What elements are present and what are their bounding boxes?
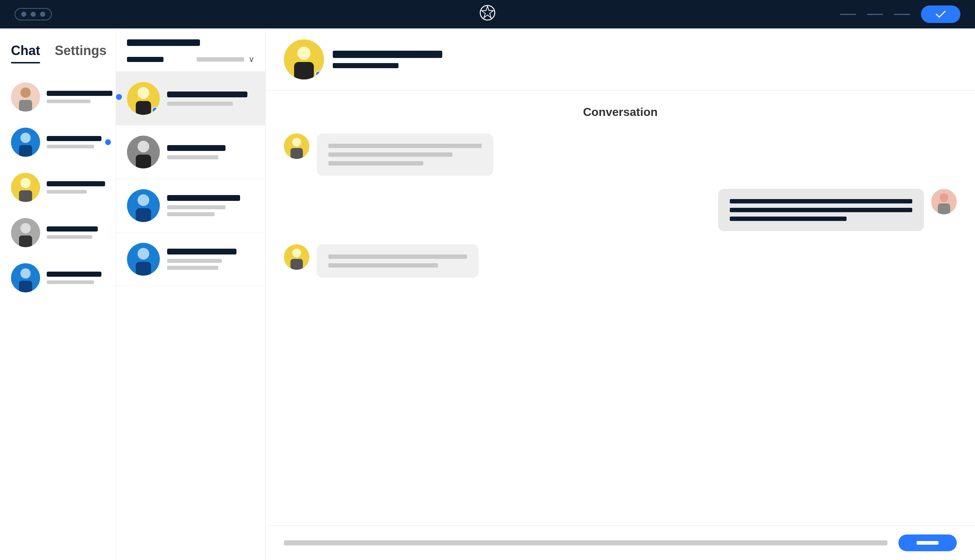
sidebar-item-info bbox=[47, 181, 105, 193]
message-bubble bbox=[718, 189, 924, 231]
avatar bbox=[127, 243, 160, 276]
online-indicator bbox=[152, 107, 158, 113]
line-1 bbox=[840, 14, 856, 15]
svg-point-21 bbox=[292, 138, 301, 147]
titlebar bbox=[0, 0, 975, 28]
sub-bar-2 bbox=[167, 212, 214, 216]
chevron-down-icon[interactable]: ∨ bbox=[249, 55, 254, 64]
svg-rect-2 bbox=[19, 100, 32, 112]
unread-dot bbox=[116, 94, 122, 100]
message-input[interactable] bbox=[284, 540, 887, 545]
svg-rect-26 bbox=[291, 259, 303, 270]
avatar bbox=[127, 82, 160, 115]
sidebar-item[interactable] bbox=[0, 255, 116, 300]
svg-point-3 bbox=[20, 133, 31, 143]
msg-text-line bbox=[328, 143, 482, 148]
tab-settings[interactable]: Settings bbox=[55, 43, 107, 63]
msg-avatar bbox=[284, 244, 309, 270]
msg-bar bbox=[47, 280, 94, 284]
conversation-area: Conversation bbox=[266, 91, 975, 525]
svg-rect-8 bbox=[19, 235, 32, 247]
middle-list-item[interactable] bbox=[116, 125, 265, 179]
sub-bar-2 bbox=[167, 266, 218, 270]
contact-status-bar bbox=[333, 63, 398, 68]
contact-avatar bbox=[284, 39, 324, 80]
svg-point-23 bbox=[940, 193, 948, 202]
svg-rect-4 bbox=[19, 145, 32, 157]
sidebar-list bbox=[0, 74, 116, 300]
contact-info bbox=[333, 51, 442, 68]
msg-text-line bbox=[730, 208, 912, 212]
svg-point-5 bbox=[20, 178, 31, 188]
msg-text-line bbox=[328, 161, 423, 165]
send-icon bbox=[916, 541, 938, 545]
online-indicator bbox=[315, 71, 322, 77]
msg-bar bbox=[47, 145, 94, 148]
middle-title bbox=[127, 39, 200, 46]
svg-point-7 bbox=[20, 223, 31, 233]
avatar bbox=[11, 218, 40, 247]
middle-list-item[interactable] bbox=[116, 233, 265, 286]
window-controls[interactable] bbox=[15, 8, 52, 20]
sub-bar bbox=[167, 205, 226, 209]
unread-dot bbox=[105, 139, 111, 145]
message-bubble bbox=[317, 133, 493, 176]
middle-panel: ∨ bbox=[116, 28, 266, 560]
svg-rect-14 bbox=[136, 155, 151, 168]
contact-name-bar bbox=[333, 51, 442, 58]
avatar bbox=[11, 263, 40, 292]
svg-rect-22 bbox=[291, 148, 303, 159]
name-bar bbox=[167, 145, 226, 151]
middle-item-info bbox=[167, 145, 254, 159]
dot-2 bbox=[31, 12, 36, 17]
svg-point-13 bbox=[137, 141, 149, 152]
avatar bbox=[11, 82, 40, 112]
tab-chat[interactable]: Chat bbox=[11, 43, 40, 63]
sidebar-item[interactable] bbox=[0, 210, 116, 255]
svg-rect-12 bbox=[136, 101, 151, 115]
svg-point-1 bbox=[20, 88, 31, 98]
sidebar-tabs: Chat Settings bbox=[0, 28, 116, 63]
sub-bar bbox=[167, 102, 233, 106]
msg-text-line bbox=[328, 152, 452, 157]
msg-bar bbox=[47, 190, 87, 193]
middle-list bbox=[116, 72, 265, 286]
name-bar bbox=[47, 136, 102, 141]
avatar bbox=[127, 136, 160, 168]
confirm-button[interactable] bbox=[921, 5, 960, 23]
name-bar bbox=[167, 195, 240, 201]
sub-bar bbox=[167, 155, 218, 159]
middle-item-info bbox=[167, 195, 254, 216]
line-2 bbox=[867, 14, 883, 15]
svg-rect-18 bbox=[136, 262, 151, 276]
dot-3 bbox=[40, 12, 45, 17]
name-bar bbox=[47, 181, 105, 186]
sidebar-item[interactable] bbox=[0, 165, 116, 210]
middle-item-info bbox=[167, 248, 254, 270]
msg-avatar bbox=[284, 133, 309, 159]
sidebar-item[interactable] bbox=[0, 120, 116, 165]
name-bar bbox=[167, 248, 236, 255]
right-header bbox=[266, 28, 975, 91]
middle-list-item[interactable] bbox=[116, 72, 265, 125]
filter-label bbox=[127, 57, 164, 62]
name-bar bbox=[47, 91, 112, 96]
titlebar-right bbox=[840, 5, 960, 23]
msg-text-line bbox=[328, 255, 467, 259]
send-button[interactable] bbox=[898, 535, 957, 551]
svg-rect-24 bbox=[938, 203, 950, 214]
svg-rect-6 bbox=[19, 190, 32, 202]
avatar bbox=[11, 128, 40, 157]
sidebar: Chat Settings bbox=[0, 28, 116, 560]
middle-list-item[interactable] bbox=[116, 179, 265, 233]
input-bar bbox=[266, 525, 975, 560]
sidebar-item-info bbox=[47, 91, 112, 103]
msg-avatar bbox=[931, 189, 957, 214]
filter-text bbox=[197, 57, 244, 62]
conversation-title: Conversation bbox=[284, 105, 957, 119]
svg-point-15 bbox=[137, 194, 149, 206]
sidebar-item[interactable] bbox=[0, 74, 116, 120]
sidebar-item-info bbox=[47, 272, 105, 284]
msg-bar bbox=[47, 235, 92, 239]
svg-point-11 bbox=[137, 87, 149, 99]
